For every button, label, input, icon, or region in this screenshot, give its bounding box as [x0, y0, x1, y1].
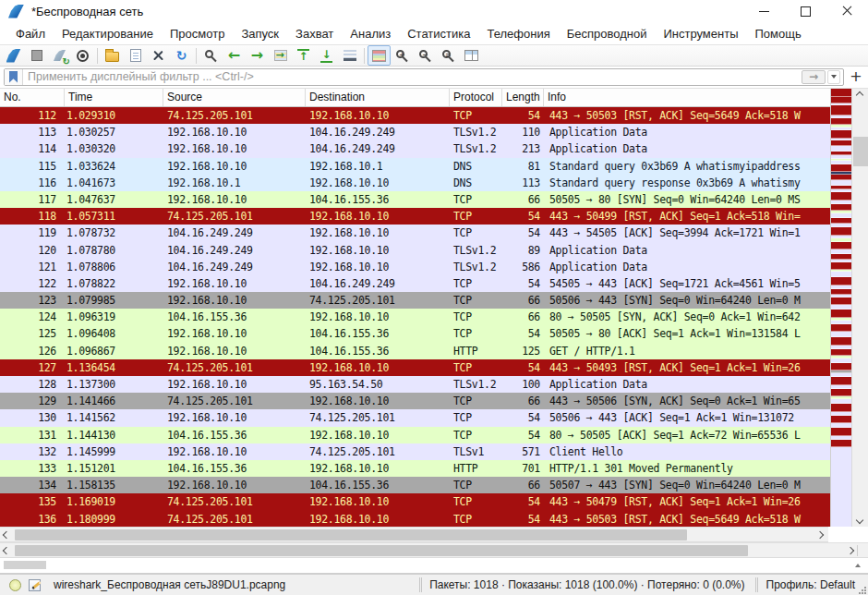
go-first-packet-button[interactable] — [292, 45, 315, 66]
cell-length: 66 — [502, 309, 544, 325]
cell-time: 1.030320 — [65, 140, 163, 157]
packet-list-hscrollbar[interactable] — [0, 527, 828, 542]
menu-item-tools[interactable]: Инструменты — [655, 24, 746, 43]
restart-capture-button[interactable] — [48, 45, 71, 66]
menu-item-help[interactable]: Помощь — [747, 24, 810, 43]
scroll-up-arrow-icon[interactable] — [856, 91, 863, 99]
menu-item-go[interactable]: Запуск — [233, 24, 287, 43]
packet-row-128[interactable]: 1281.137300192.168.10.1095.163.54.50TLSv… — [0, 376, 868, 393]
menu-item-file[interactable]: Файл — [7, 24, 54, 43]
packet-row-115[interactable]: 1151.033624192.168.10.10192.168.10.1DNS8… — [0, 158, 868, 175]
menu-item-telephony[interactable]: Телефония — [478, 24, 558, 43]
packet-row-132[interactable]: 1321.145999192.168.10.1074.125.205.101TL… — [0, 443, 868, 460]
column-header-length[interactable]: Length — [502, 89, 544, 106]
cell-length: 54 — [502, 493, 544, 510]
packet-row-135[interactable]: 1351.16901974.125.205.101192.168.10.10TC… — [0, 493, 868, 510]
packet-row-123[interactable]: 1231.079985192.168.10.1074.125.205.101TC… — [0, 292, 868, 309]
scroll-right-arrow-icon[interactable] — [847, 547, 854, 554]
menu-item-view[interactable]: Просмотр — [162, 24, 233, 43]
packet-row-133[interactable]: 1331.151201104.16.155.36192.168.10.10HTT… — [0, 460, 868, 477]
zoom-reset-button[interactable]: = — [437, 45, 460, 66]
packet-row-131[interactable]: 1311.144130104.16.155.36192.168.10.10TCP… — [0, 427, 868, 443]
open-file-button[interactable] — [101, 45, 124, 66]
capture-comment-icon[interactable] — [29, 579, 41, 591]
packet-row-125[interactable]: 1251.096408192.168.10.10104.16.155.36TCP… — [0, 325, 868, 342]
scroll-left-arrow-icon[interactable] — [3, 547, 10, 554]
go-to-packet-button[interactable] — [269, 45, 292, 66]
menu-item-analyze[interactable]: Анализ — [342, 24, 399, 43]
packet-row-117[interactable]: 1171.047637192.168.10.10104.16.155.36TCP… — [0, 191, 868, 208]
cell-no: 113 — [0, 124, 65, 140]
close-file-button[interactable] — [147, 45, 170, 66]
packet-row-126[interactable]: 1261.096867192.168.10.10104.16.155.36HTT… — [0, 343, 868, 359]
packet-row-118[interactable]: 1181.05731174.125.205.101192.168.10.10TC… — [0, 208, 868, 225]
intelligent-scrollbar-minimap[interactable] — [830, 89, 851, 527]
cell-source: 192.168.10.10 — [163, 191, 306, 208]
scroll-left-arrow-icon[interactable] — [3, 531, 10, 539]
resize-columns-button[interactable] — [460, 45, 483, 66]
column-header-time[interactable]: Time — [65, 89, 163, 106]
capture-options-button[interactable] — [71, 45, 94, 66]
packet-row-136[interactable]: 1361.18099974.125.205.101192.168.10.10TC… — [0, 511, 868, 528]
filter-bookmark-button[interactable] — [5, 69, 23, 85]
vertical-scrollbar[interactable] — [851, 89, 868, 527]
display-filter-input[interactable] — [23, 70, 802, 83]
resize-grip[interactable] — [859, 586, 867, 594]
save-file-button[interactable] — [124, 45, 147, 66]
maximize-button[interactable] — [785, 0, 826, 22]
auto-scroll-button[interactable] — [338, 45, 361, 66]
filter-dropdown-button[interactable] — [827, 70, 840, 84]
find-packet-button[interactable] — [199, 45, 223, 66]
cell-info: 443 → 50499 [RST, ACK] Seq=1 Ack=518 Win… — [544, 208, 868, 225]
reload-file-icon — [175, 49, 188, 62]
packet-row-127[interactable]: 1271.13645474.125.205.101192.168.10.10TC… — [0, 359, 868, 376]
column-header-source[interactable]: Source — [163, 89, 306, 106]
expert-info-icon[interactable] — [9, 579, 21, 591]
packet-row-120[interactable]: 1201.078780104.16.249.249192.168.10.10TL… — [0, 242, 868, 259]
mini-scrollbar-thumb[interactable] — [4, 561, 46, 569]
packet-row-112[interactable]: 1121.02931074.125.205.101192.168.10.10TC… — [0, 107, 868, 124]
vertical-scrollbar-thumb[interactable] — [853, 137, 868, 166]
menu-item-capture[interactable]: Захват — [287, 24, 342, 43]
zoom-out-button[interactable]: − — [414, 45, 437, 66]
packet-row-124[interactable]: 1241.096319104.16.155.36192.168.10.10TCP… — [0, 309, 868, 325]
colorize-packets-button[interactable] — [368, 45, 391, 66]
start-capture-button[interactable] — [2, 45, 25, 66]
go-forward-button[interactable] — [246, 45, 269, 66]
hscrollbar-thumb[interactable] — [15, 529, 687, 540]
cell-time: 1.169019 — [65, 493, 163, 510]
column-header-info[interactable]: Info — [544, 89, 868, 106]
stop-capture-button[interactable] — [25, 45, 48, 66]
scroll-down-arrow-icon[interactable] — [856, 516, 863, 524]
packet-row-130[interactable]: 1301.141562192.168.10.1074.125.205.101TC… — [0, 409, 868, 426]
packet-row-119[interactable]: 1191.078732104.16.249.249192.168.10.10TC… — [0, 225, 868, 241]
packet-row-113[interactable]: 1131.030257192.168.10.10104.16.249.249TL… — [0, 124, 868, 140]
packet-row-129[interactable]: 1291.14146674.125.205.101192.168.10.10TC… — [0, 393, 868, 409]
packet-list-header: No.TimeSourceDestinationProtocolLengthIn… — [0, 89, 868, 107]
column-header-destination[interactable]: Destination — [306, 89, 450, 106]
packet-row-116[interactable]: 1161.041673192.168.10.1192.168.10.10DNS1… — [0, 175, 868, 191]
packet-row-122[interactable]: 1221.078822192.168.10.10104.16.249.249TC… — [0, 275, 868, 292]
menu-item-statistics[interactable]: Статистика — [399, 24, 478, 43]
apply-filter-button[interactable]: → — [802, 70, 826, 84]
profile-label[interactable]: Профиль: Default — [757, 578, 868, 591]
menu-item-wireless[interactable]: Беспроводной — [559, 24, 656, 43]
go-back-button[interactable] — [223, 45, 246, 66]
column-header-no[interactable]: No. — [0, 89, 65, 106]
reload-file-button[interactable] — [170, 45, 193, 66]
menu-item-edit[interactable]: Редактирование — [54, 24, 162, 43]
add-filter-button[interactable]: + — [848, 68, 864, 86]
hscrollbar-thumb[interactable] — [15, 545, 748, 556]
packet-row-134[interactable]: 1341.158135192.168.10.10104.16.155.36TCP… — [0, 477, 868, 493]
scroll-right-arrow-icon[interactable] — [816, 531, 824, 539]
cell-length: 66 — [502, 393, 544, 409]
packet-row-114[interactable]: 1141.030320192.168.10.10104.16.249.249TL… — [0, 140, 868, 157]
minimize-button[interactable] — [743, 0, 785, 22]
packet-row-121[interactable]: 1211.078806104.16.249.249192.168.10.10TL… — [0, 259, 868, 275]
zoom-in-button[interactable]: + — [391, 45, 414, 66]
column-header-protocol[interactable]: Protocol — [450, 89, 502, 106]
go-last-packet-button[interactable] — [315, 45, 338, 66]
close-button[interactable] — [826, 0, 868, 22]
details-pane-hscrollbar[interactable] — [0, 542, 868, 558]
pane-up-arrow-icon[interactable] — [855, 564, 861, 567]
